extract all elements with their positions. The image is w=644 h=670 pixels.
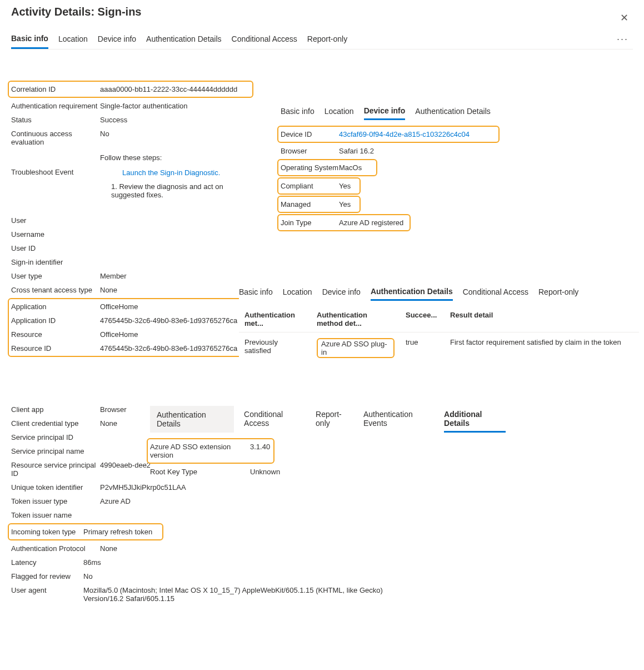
- row-status: Status Success: [11, 113, 250, 127]
- addl-tab-additional[interactable]: Additional Details: [444, 406, 506, 433]
- row-incoming-token: Incoming token type Primary refresh toke…: [11, 525, 160, 539]
- row-resource-id: Resource ID4765445b-32c6-49b0-83e6-1d937…: [11, 341, 250, 355]
- device-tab-location[interactable]: Location: [325, 103, 354, 120]
- row-signin-id: Sign-in identifier: [11, 255, 250, 269]
- launch-diagnostic-link[interactable]: Launch the Sign-in Diagnostic.: [122, 168, 250, 177]
- cell-succeeded: true: [400, 338, 445, 358]
- label-client-cred: Client credential type: [11, 419, 100, 428]
- device-info-panel: Basic info Location Device info Authenti…: [281, 103, 525, 232]
- row-os: Operating SystemMacOs: [281, 161, 374, 175]
- value-auth-protocol: None: [100, 544, 117, 553]
- auth-details-panel: Basic info Location Device info Authenti…: [239, 284, 639, 364]
- auth-tab-ca[interactable]: Conditional Access: [463, 284, 528, 301]
- auth-tab-report[interactable]: Report-only: [538, 284, 578, 301]
- additional-details-panel: Authentication Details Conditional Acces…: [150, 406, 506, 479]
- label-correlation-id: Correlation ID: [11, 85, 100, 93]
- label-auth-req: Authentication requirement: [11, 102, 100, 110]
- more-icon[interactable]: ···: [612, 33, 633, 45]
- cell-auth-method-detail: Azure AD SSO plug-in: [311, 338, 400, 358]
- label-root-key: Root Key Type: [150, 468, 250, 476]
- page-title: Activity Details: Sign-ins: [11, 6, 142, 18]
- table-row: Previously satisfied Azure AD SSO plug-i…: [239, 332, 639, 364]
- addl-tab-events[interactable]: Authentication Events: [363, 406, 434, 432]
- tab-location[interactable]: Location: [58, 30, 88, 49]
- row-user: User: [11, 214, 250, 227]
- value-tit: Azure AD: [100, 497, 131, 505]
- value-browser: Safari 16.2: [339, 147, 374, 155]
- tab-device-info[interactable]: Device info: [98, 30, 136, 49]
- auth-tab-location[interactable]: Location: [283, 284, 312, 301]
- value-compliant: Yes: [339, 182, 351, 190]
- label-troubleshoot: Troubleshoot Event: [11, 152, 100, 176]
- value-latency: 86ms: [83, 558, 101, 567]
- value-cae: No: [100, 130, 109, 138]
- value-client-app: Browser: [100, 405, 127, 414]
- col-auth-method[interactable]: Authentication met...: [239, 311, 311, 327]
- tab-auth-details[interactable]: Authentication Details: [146, 30, 221, 49]
- label-auth-protocol: Authentication Protocol: [11, 544, 100, 553]
- close-icon[interactable]: ✕: [616, 9, 633, 26]
- tab-basic-info[interactable]: Basic info: [11, 29, 48, 49]
- cell-auth-method: Previously satisfied: [239, 338, 311, 358]
- label-incoming-token: Incoming token type: [11, 528, 83, 536]
- label-user-type: User type: [11, 272, 100, 280]
- addl-tab-report[interactable]: Report-only: [316, 406, 353, 432]
- label-signin-id: Sign-in identifier: [11, 258, 100, 266]
- row-root-key: Root Key Type Unknown: [150, 465, 506, 479]
- row-cae: Continuous access evaluation No: [11, 127, 250, 149]
- row-auth-req: Authentication requirement Single-factor…: [11, 99, 250, 113]
- value-application: OfficeHome: [100, 302, 138, 311]
- device-tab-basic[interactable]: Basic info: [281, 103, 314, 120]
- label-os: Operating System: [281, 163, 339, 172]
- addl-tab-auth-details[interactable]: Authentication Details: [150, 406, 234, 433]
- row-username: Username: [11, 227, 250, 241]
- device-tab-auth[interactable]: Authentication Details: [415, 103, 490, 120]
- auth-tab-device[interactable]: Device info: [322, 284, 361, 301]
- value-flagged: No: [83, 572, 93, 580]
- value-device-id[interactable]: 43cfaf69-0f94-4d2e-a815-c103226c4c04: [339, 130, 470, 138]
- row-auth-protocol: Authentication ProtocolNone: [11, 542, 250, 555]
- auth-tab-basic[interactable]: Basic info: [239, 284, 273, 301]
- label-client-app: Client app: [11, 405, 100, 414]
- addl-tab-ca[interactable]: Conditional Access: [244, 406, 306, 432]
- row-correlation-id: Correlation ID aaaa0000-bb11-2222-33cc-4…: [11, 82, 250, 96]
- label-uti: Unique token identifier: [11, 483, 100, 492]
- main-tab-strip: Basic info Location Device info Authenti…: [11, 29, 633, 49]
- label-device-id: Device ID: [281, 130, 339, 138]
- device-tab-device-info[interactable]: Device info: [364, 103, 406, 120]
- row-latency: Latency86ms: [11, 555, 250, 569]
- value-os: MacOs: [339, 163, 362, 172]
- row-compliant: CompliantYes: [281, 179, 357, 193]
- label-join-type: Join Type: [281, 219, 339, 227]
- col-auth-method-detail[interactable]: Authentication method det...: [311, 311, 400, 327]
- row-managed: ManagedYes: [281, 197, 357, 211]
- label-application-id: Application ID: [11, 316, 100, 325]
- label-resource: Resource: [11, 330, 100, 339]
- row-troubleshoot: Troubleshoot Event Follow these steps: L…: [11, 149, 250, 202]
- label-rspid: Resource service principal ID: [11, 461, 100, 478]
- value-status: Success: [100, 116, 127, 124]
- value-client-cred: None: [100, 419, 117, 428]
- tab-report-only[interactable]: Report-only: [307, 30, 347, 49]
- value-managed: Yes: [339, 200, 351, 209]
- row-device-id: Device ID43cfaf69-0f94-4d2e-a815-c103226…: [281, 127, 496, 141]
- label-user-agent: User agent: [11, 586, 83, 594]
- auth-tab-auth-details[interactable]: Authentication Details: [371, 284, 453, 301]
- tab-conditional-access[interactable]: Conditional Access: [232, 30, 297, 49]
- row-user-id: User ID: [11, 241, 250, 255]
- col-succeeded[interactable]: Succee...: [400, 311, 445, 327]
- row-cross-tenant: Cross tenant access typeNone: [11, 283, 250, 297]
- row-user-agent: User agentMozilla/5.0 (Macintosh; Intel …: [11, 583, 400, 606]
- value-join-type: Azure AD registered: [339, 219, 403, 227]
- value-resource: OfficeHome: [100, 330, 138, 339]
- label-managed: Managed: [281, 200, 339, 209]
- value-sso-version: 3.1.40: [250, 443, 270, 451]
- col-result-detail[interactable]: Result detail: [445, 311, 639, 327]
- value-correlation-id: aaaa0000-bb11-2222-33cc-444444dddddd: [100, 85, 237, 93]
- value-root-key: Unknown: [250, 468, 280, 476]
- label-latency: Latency: [11, 558, 83, 567]
- value-application-id: 4765445b-32c6-49b0-83e6-1d93765276ca: [100, 316, 237, 325]
- label-cross-tenant: Cross tenant access type: [11, 286, 100, 294]
- row-browser: BrowserSafari 16.2: [281, 144, 525, 158]
- row-application: ApplicationOfficeHome: [11, 300, 250, 314]
